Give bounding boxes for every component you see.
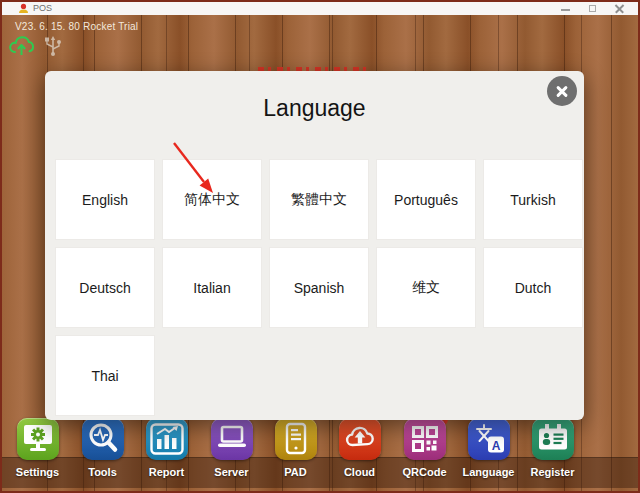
- lang-button-simplified-chinese[interactable]: 简体中文: [162, 159, 262, 240]
- toolbar-item-qrcode[interactable]: QRCode: [392, 418, 457, 478]
- lang-button-english[interactable]: English: [55, 159, 155, 240]
- toolbar-label-report: Report: [134, 466, 199, 478]
- cloud-icon: [339, 418, 381, 460]
- status-icons: [8, 34, 65, 57]
- server-icon: [211, 418, 253, 460]
- toolbar-label-settings: Settings: [5, 466, 70, 478]
- toolbar-item-pad[interactable]: PAD: [263, 418, 328, 478]
- window-titlebar: POS: [0, 2, 640, 15]
- minimize-icon[interactable]: [552, 2, 578, 15]
- qrcode-icon: [404, 418, 446, 460]
- dialog-close-icon[interactable]: [547, 76, 577, 106]
- report-icon: [146, 418, 188, 460]
- settings-icon: [17, 418, 59, 460]
- lang-button-thai[interactable]: Thai: [55, 335, 155, 416]
- language-dialog: Language English 简体中文 繁體中文 Português Tur…: [45, 71, 584, 420]
- toolbar-item-cloud[interactable]: Cloud: [327, 418, 392, 478]
- register-icon: [532, 418, 574, 460]
- toolbar-item-register[interactable]: Register: [520, 418, 585, 478]
- pos-app-window: POS V23. 6. 15. 80 Rocket Trial Language…: [0, 0, 640, 493]
- language-icon: A: [468, 418, 510, 460]
- toolbar-item-settings[interactable]: Settings: [5, 418, 70, 478]
- toolbar-label-qrcode: QRCode: [392, 466, 457, 478]
- tools-icon: [82, 418, 124, 460]
- window-title: POS: [33, 3, 52, 13]
- svg-text:A: A: [491, 439, 500, 453]
- lang-button-dutch[interactable]: Dutch: [483, 247, 583, 328]
- toolbar-item-report[interactable]: Report: [134, 418, 199, 478]
- lang-button-turkish[interactable]: Turkish: [483, 159, 583, 240]
- maximize-icon[interactable]: [580, 2, 606, 15]
- usb-icon: [41, 36, 65, 56]
- version-label: V23. 6. 15. 80 Rocket Trial: [15, 21, 138, 32]
- toolbar-label-pad: PAD: [263, 466, 328, 478]
- toolbar-item-language[interactable]: A Language: [456, 418, 521, 478]
- lang-button-italian[interactable]: Italian: [162, 247, 262, 328]
- toolbar-label-server: Server: [199, 466, 264, 478]
- lang-button-uyghur[interactable]: 维文: [376, 247, 476, 328]
- toolbar-label-language: Language: [456, 466, 521, 478]
- toolbar-label-register: Register: [520, 466, 585, 478]
- lang-button-deutsch[interactable]: Deutsch: [55, 247, 155, 328]
- dialog-title: Language: [45, 95, 584, 122]
- toolbar-item-server[interactable]: Server: [199, 418, 264, 478]
- lang-button-portuguese[interactable]: Português: [376, 159, 476, 240]
- toolbar-item-tools[interactable]: Tools: [70, 418, 135, 478]
- app-logo-icon: [18, 3, 29, 14]
- lang-button-traditional-chinese[interactable]: 繁體中文: [269, 159, 369, 240]
- toolbar-label-tools: Tools: [70, 466, 135, 478]
- pad-icon: [275, 418, 317, 460]
- lang-button-spanish[interactable]: Spanish: [269, 247, 369, 328]
- toolbar-label-cloud: Cloud: [327, 466, 392, 478]
- close-window-icon[interactable]: [606, 2, 632, 15]
- cloud-upload-icon: [8, 34, 35, 57]
